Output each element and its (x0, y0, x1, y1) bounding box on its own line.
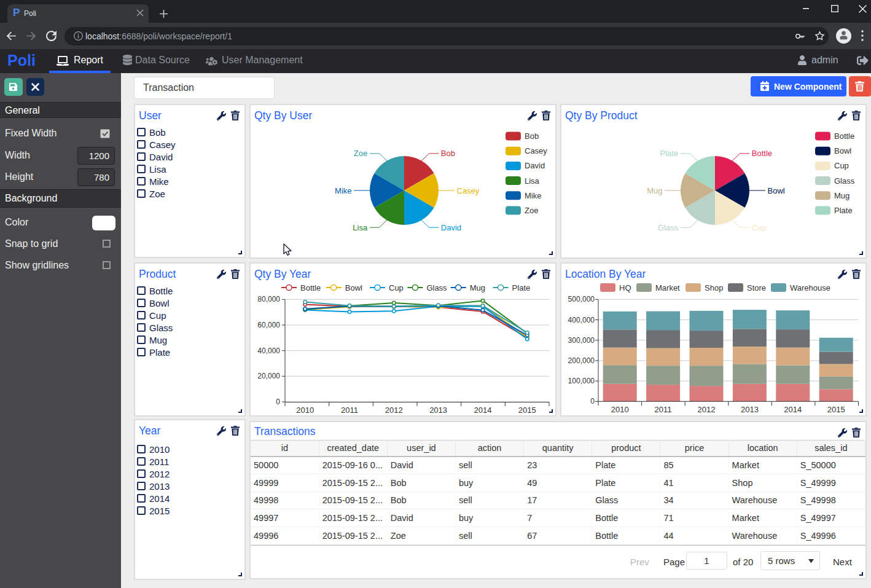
svg-text:500,000: 500,000 (568, 295, 595, 304)
svg-text:Casey: Casey (525, 146, 547, 155)
svg-text:40,000: 40,000 (257, 347, 280, 355)
svg-text:Glass: Glass (658, 223, 679, 232)
svg-text:Zoe: Zoe (354, 149, 367, 158)
svg-text:Cup: Cup (834, 161, 849, 170)
svg-text:Lisa: Lisa (353, 223, 368, 232)
svg-text:0: 0 (590, 397, 595, 406)
svg-text:Zoe: Zoe (525, 206, 538, 215)
svg-text:Plate: Plate (512, 283, 531, 292)
svg-text:Mug: Mug (470, 283, 485, 292)
svg-text:Mike: Mike (525, 191, 541, 200)
svg-text:Bottle: Bottle (300, 283, 321, 292)
svg-text:Mug: Mug (834, 191, 850, 200)
svg-text:Warehouse: Warehouse (790, 283, 830, 292)
svg-text:Cup: Cup (389, 283, 404, 292)
svg-text:Plate: Plate (834, 206, 853, 215)
svg-text:Bottle: Bottle (752, 149, 772, 158)
svg-text:400,000: 400,000 (568, 316, 595, 324)
svg-text:2015: 2015 (827, 405, 845, 414)
svg-text:60,000: 60,000 (257, 321, 280, 329)
svg-text:Bowl: Bowl (834, 146, 851, 155)
svg-text:2012: 2012 (385, 406, 403, 415)
svg-text:Plate: Plate (660, 149, 679, 158)
svg-text:Bowl: Bowl (768, 186, 785, 195)
svg-text:Store: Store (747, 283, 766, 292)
svg-text:2014: 2014 (474, 406, 492, 415)
svg-text:Shop: Shop (705, 283, 723, 292)
svg-text:20,000: 20,000 (257, 372, 280, 380)
svg-text:Mike: Mike (335, 186, 351, 195)
svg-text:2011: 2011 (655, 405, 672, 414)
svg-text:200,000: 200,000 (568, 356, 595, 365)
svg-text:0: 0 (276, 398, 280, 406)
svg-text:300,000: 300,000 (568, 336, 595, 345)
svg-text:2013: 2013 (429, 406, 447, 415)
svg-text:2015: 2015 (518, 406, 536, 415)
svg-text:2011: 2011 (341, 406, 358, 415)
svg-text:80,000: 80,000 (257, 295, 280, 304)
svg-text:100,000: 100,000 (568, 377, 595, 385)
svg-text:2014: 2014 (784, 405, 802, 414)
svg-text:David: David (441, 223, 461, 232)
svg-text:HQ: HQ (619, 283, 631, 292)
svg-text:2010: 2010 (296, 406, 314, 415)
svg-text:Bob: Bob (441, 149, 455, 158)
svg-text:Bob: Bob (525, 131, 539, 141)
svg-text:Bowl: Bowl (345, 283, 362, 292)
svg-text:Casey: Casey (457, 186, 480, 195)
svg-text:Market: Market (655, 283, 680, 292)
svg-text:David: David (525, 161, 545, 170)
svg-text:Glass: Glass (834, 176, 855, 186)
svg-text:2010: 2010 (611, 405, 629, 414)
svg-text:Glass: Glass (426, 283, 447, 292)
svg-text:Cup: Cup (752, 223, 767, 232)
svg-text:2013: 2013 (741, 405, 759, 414)
svg-text:Bottle: Bottle (834, 131, 854, 141)
svg-text:Mug: Mug (647, 186, 662, 195)
svg-text:2012: 2012 (698, 405, 716, 414)
svg-text:Lisa: Lisa (525, 176, 540, 186)
